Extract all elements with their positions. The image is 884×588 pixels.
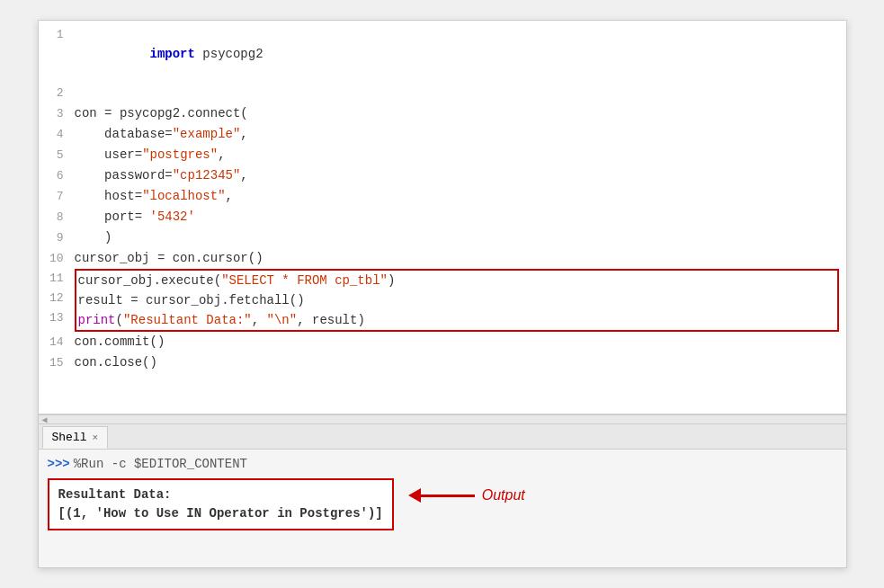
highlighted-line-numbers: 11 12 13 [39, 269, 75, 332]
highlighted-line-11: cursor_obj.execute("SELECT * FROM cp_tbl… [76, 271, 837, 290]
line-number: 5 [39, 146, 75, 165]
code-line-4: 4 database="example", [39, 124, 846, 145]
shell-content: >>> %Run -c $EDITOR_CONTENT Resultant Da… [39, 450, 846, 567]
keyword: import [150, 47, 195, 61]
code-line-1: 1 import psycopg2 [39, 24, 846, 84]
line-content: database="example", [75, 124, 846, 144]
line-number: 1 [39, 25, 75, 45]
line-number: 6 [39, 166, 75, 186]
shell-tabs-bar: Shell × [39, 424, 846, 450]
line-number: 4 [39, 125, 75, 145]
line-content: cursor_obj = con.cursor() [75, 248, 846, 268]
arrow-shaft [421, 494, 475, 497]
string-value: "cp12345" [173, 168, 241, 183]
line-content: con = psycopg2.connect( [75, 103, 846, 123]
line-content: user="postgres", [75, 145, 846, 165]
code-line-9: 9 ) [39, 227, 846, 248]
code-line-15: 15 con.close() [39, 352, 846, 373]
line-content: result = cursor_obj.fetchall() [76, 290, 837, 310]
code-line-5: 5 user="postgres", [39, 145, 846, 165]
line-number-11: 11 [39, 269, 75, 289]
string-value: "SELECT * FROM cp_tbl" [221, 273, 388, 288]
line-number: 9 [39, 228, 75, 248]
line-number: 7 [39, 187, 75, 207]
line-number-12: 12 [39, 289, 75, 308]
arrow-head-icon [408, 488, 421, 503]
code-lines: 1 import psycopg2 2 3 con = psycopg2.con… [39, 21, 846, 414]
code-editor: 1 import psycopg2 2 3 con = psycopg2.con… [39, 21, 846, 414]
prompt-symbol: >>> [48, 457, 70, 471]
code-line-2: 2 [39, 84, 846, 103]
horizontal-scrollbar[interactable]: ◀ [39, 414, 846, 423]
line-number: 15 [39, 353, 75, 373]
line-content: print("Resultant Data:", "\n", result) [76, 310, 837, 330]
line-content: host="localhost", [75, 186, 846, 206]
line-number: 10 [39, 249, 75, 269]
code-line-10: 10 cursor_obj = con.cursor() [39, 248, 846, 269]
code-line-8: 8 port= '5432' [39, 207, 846, 227]
string-value: "Resultant Data:" [123, 313, 252, 327]
shell-prompt-line: >>> %Run -c $EDITOR_CONTENT [48, 457, 837, 471]
output-annotation: Output [408, 487, 525, 503]
line-content: port= '5432' [75, 207, 846, 227]
string-value: "\n" [267, 313, 298, 327]
line-number: 2 [39, 84, 75, 103]
highlighted-line-12: result = cursor_obj.fetchall() [76, 290, 837, 310]
highlighted-code-box: cursor_obj.execute("SELECT * FROM cp_tbl… [75, 269, 839, 332]
keyword-print: print [78, 313, 116, 327]
output-box: Resultant Data: [(1, 'How to Use IN Oper… [48, 478, 394, 530]
string-value: "example" [173, 127, 241, 141]
line-number: 8 [39, 208, 75, 227]
code-text: psycopg2 [195, 47, 263, 61]
highlighted-section: 11 12 13 cursor_obj.execute("SELECT * FR… [39, 269, 839, 332]
output-line-2: [(1, 'How to Use IN Operator in Postgres… [58, 504, 383, 523]
shell-tab-close-button[interactable]: × [93, 432, 99, 443]
output-area: Resultant Data: [(1, 'How to Use IN Oper… [48, 478, 837, 530]
code-line-14: 14 con.commit() [39, 332, 846, 352]
code-line-7: 7 host="localhost", [39, 186, 846, 207]
line-content: import psycopg2 [75, 24, 846, 84]
line-number: 14 [39, 333, 75, 352]
code-line-3: 3 con = psycopg2.connect( [39, 103, 846, 124]
shell-panel: Shell × >>> %Run -c $EDITOR_CONTENT Resu… [39, 423, 846, 567]
string-value: "postgres" [142, 147, 218, 162]
line-number-13: 13 [39, 308, 75, 328]
line-content: cursor_obj.execute("SELECT * FROM cp_tbl… [76, 271, 837, 290]
line-content: password="cp12345", [75, 165, 846, 185]
code-line-6: 6 password="cp12345", [39, 165, 846, 186]
output-line-1: Resultant Data: [58, 486, 383, 504]
line-content: con.commit() [75, 332, 846, 352]
highlighted-line-13: print("Resultant Data:", "\n", result) [76, 310, 837, 330]
output-annotation-label: Output [482, 487, 525, 503]
line-content: con.close() [75, 352, 846, 372]
line-content: ) [75, 227, 846, 247]
string-value: '5432' [150, 209, 195, 224]
main-container: 1 import psycopg2 2 3 con = psycopg2.con… [38, 20, 847, 568]
string-value: "localhost" [142, 189, 225, 203]
arrow-left [408, 488, 475, 503]
shell-tab-label: Shell [52, 431, 87, 444]
shell-tab[interactable]: Shell × [42, 426, 109, 449]
shell-command: %Run -c $EDITOR_CONTENT [74, 457, 247, 471]
line-number: 3 [39, 104, 75, 124]
